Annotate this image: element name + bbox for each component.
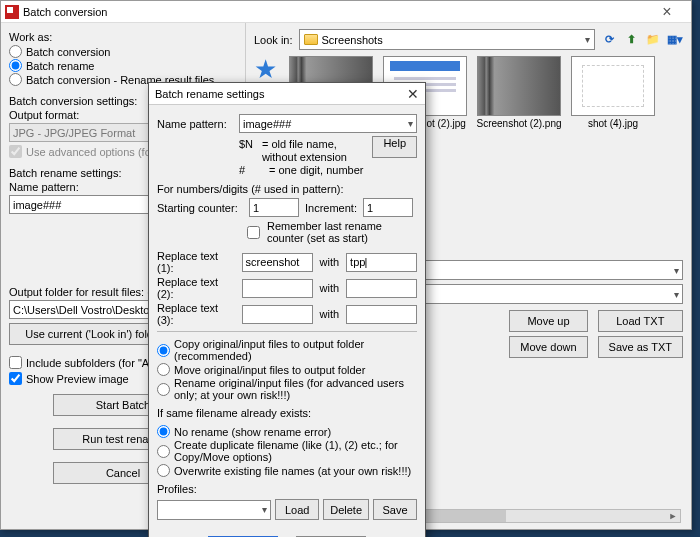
view-mode-icon[interactable]: ▦▾ (667, 33, 683, 46)
name-pattern-label: Name pattern: (157, 118, 235, 130)
help-button[interactable]: Help (372, 136, 417, 158)
radio-move-files[interactable]: Move original/input files to output fold… (157, 363, 417, 376)
replace1-label: Replace text (1): (157, 250, 238, 274)
app-icon (5, 5, 19, 19)
replace1-from-input[interactable]: screenshot (242, 253, 313, 272)
titlebar: Batch conversion × (1, 1, 691, 23)
refresh-icon[interactable]: ⟳ (601, 33, 617, 46)
replace2-from-input[interactable] (242, 279, 313, 298)
folder-icon (304, 34, 318, 45)
replace3-from-input[interactable] (242, 305, 313, 324)
new-folder-icon[interactable]: 📁 (645, 33, 661, 46)
window-close-icon[interactable]: × (647, 3, 687, 21)
radio-no-rename[interactable]: No rename (show rename error) (157, 425, 417, 438)
radio-batch-rename[interactable]: Batch rename (9, 59, 237, 72)
favorite-star-icon[interactable]: ★ (254, 56, 277, 82)
with-label: with (317, 308, 343, 320)
radio-duplicate[interactable]: Create duplicate filename (like (1), (2)… (157, 439, 417, 463)
dialog-close-icon[interactable]: ✕ (407, 86, 419, 102)
radio-copy-files[interactable]: Copy original/input files to output fold… (157, 338, 417, 362)
increment-input[interactable]: 1 (363, 198, 413, 217)
profile-delete-button[interactable]: Delete (323, 499, 369, 520)
up-folder-icon[interactable]: ⬆ (623, 33, 639, 46)
replace3-to-input[interactable] (346, 305, 417, 324)
starting-counter-input[interactable]: 1 (249, 198, 299, 217)
starting-counter-label: Starting counter: (157, 202, 243, 214)
scroll-right-icon[interactable]: ► (666, 510, 680, 522)
pattern-hint: $N= old file name, without extension #= … (239, 138, 372, 177)
dialog-title: Batch rename settings (155, 88, 264, 100)
profile-load-button[interactable]: Load (275, 499, 319, 520)
profiles-label: Profiles: (157, 483, 417, 495)
dialog-titlebar: Batch rename settings ✕ (149, 83, 425, 105)
look-in-select[interactable]: Screenshots ▾ (299, 29, 595, 50)
profile-save-button[interactable]: Save (373, 499, 417, 520)
file-thumb[interactable]: Screenshot (2).png (475, 56, 563, 153)
window-title: Batch conversion (23, 6, 647, 18)
remember-counter-checkbox[interactable]: Remember last rename counter (set as sta… (243, 220, 417, 244)
increment-label: Increment: (305, 202, 357, 214)
radio-overwrite[interactable]: Overwrite existing file names (at your o… (157, 464, 417, 477)
with-label: with (317, 256, 343, 268)
same-filename-label: If same filename already exists: (157, 407, 417, 419)
numbers-label: For numbers/digits (# used in pattern): (157, 183, 417, 195)
replace3-label: Replace text (3): (157, 302, 238, 326)
name-pattern-combo[interactable]: image### (239, 114, 417, 133)
replace1-to-input[interactable]: tpp (346, 253, 417, 272)
look-in-label: Look in: (254, 34, 293, 46)
load-txt-button[interactable]: Load TXT (598, 310, 683, 332)
move-up-button[interactable]: Move up (509, 310, 587, 332)
move-down-button[interactable]: Move down (509, 336, 587, 358)
file-thumb[interactable]: shot (4).jpg (569, 56, 657, 153)
batch-rename-settings-dialog: Batch rename settings ✕ Name pattern: im… (148, 82, 426, 537)
replace2-label: Replace text (2): (157, 276, 238, 300)
replace2-to-input[interactable] (346, 279, 417, 298)
save-txt-button[interactable]: Save as TXT (598, 336, 683, 358)
with-label: with (317, 282, 343, 294)
work-as-label: Work as: (9, 31, 237, 43)
radio-batch-conversion[interactable]: Batch conversion (9, 45, 237, 58)
profiles-combo[interactable] (157, 500, 271, 520)
radio-rename-files[interactable]: Rename original/input files (for advance… (157, 377, 417, 401)
